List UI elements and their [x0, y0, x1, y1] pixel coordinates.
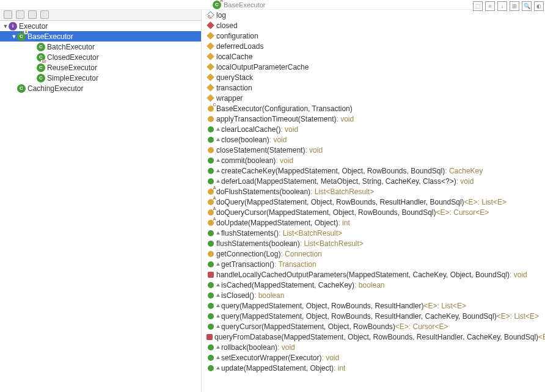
member-row[interactable]: doFlushStatements(boolean) : List<BatchR…	[202, 186, 545, 197]
member-name: getConnection(Log)	[216, 250, 280, 258]
member-row[interactable]: query(MappedStatement, Object, RowBounds…	[202, 311, 545, 321]
method-icon	[208, 199, 214, 205]
member-row[interactable]: handleLocallyCachedOutputParameters(Mapp…	[202, 269, 545, 280]
member-name: closed	[216, 21, 238, 30]
tree-item-cachingexecutor[interactable]: CCachingExecutor	[0, 83, 201, 93]
member-row[interactable]: localOutputParameterCache	[202, 62, 545, 72]
class-icon: CSF	[37, 53, 45, 62]
override-indicator-icon	[216, 325, 220, 328]
return-type: : Connection	[280, 250, 321, 258]
return-type: : void	[277, 343, 295, 352]
method-icon	[208, 209, 214, 216]
toolbar-button[interactable]: 🔍	[522, 1, 532, 11]
member-name: doFlushStatements(boolean)	[216, 187, 310, 196]
member-row[interactable]: applyTransactionTimeout(Statement) : voi…	[202, 114, 545, 124]
member-row[interactable]: createCacheKey(MappedStatement, Object, …	[202, 165, 545, 176]
twisty-icon[interactable]: ▼	[2, 23, 9, 29]
interface-icon: I	[9, 22, 17, 31]
members-pane: SFlogclosedconfigurationdeferredLoadsloc…	[202, 10, 545, 392]
toolbar-button[interactable]: ≡	[485, 1, 495, 11]
toolbar-btn[interactable]	[28, 10, 37, 19]
tree-item-baseexecutor[interactable]: ▼CBaseExecutor	[0, 31, 201, 42]
member-row[interactable]: clearLocalCache() : void	[202, 124, 545, 134]
class-icon: C	[17, 84, 26, 93]
override-indicator-icon	[216, 180, 220, 183]
member-row[interactable]: configuration	[202, 31, 545, 41]
member-row[interactable]: query(MappedStatement, Object, RowBounds…	[202, 300, 545, 311]
class-header-icon: C	[213, 1, 221, 9]
member-row[interactable]: close(boolean) : void	[202, 134, 545, 145]
field-icon: SF	[207, 11, 214, 19]
toolbar-button[interactable]: ⊞	[510, 1, 519, 11]
method-icon	[208, 220, 214, 226]
tree-item-label: CachingExecutor	[27, 84, 83, 93]
member-row[interactable]: queryStack	[202, 72, 545, 82]
member-row[interactable]: flushStatements() : List<BatchResult>	[202, 228, 545, 238]
member-row[interactable]: update(MappedStatement, Object) : int	[202, 363, 545, 373]
member-row[interactable]: queryCursor(MappedStatement, Object, Row…	[202, 321, 545, 332]
member-row[interactable]: isCached(MappedStatement, CacheKey) : bo…	[202, 280, 545, 290]
member-row[interactable]: isClosed() : boolean	[202, 290, 545, 300]
member-name: doQueryCursor(MappedStatement, Object, R…	[216, 208, 436, 217]
member-row[interactable]: flushStatements(boolean) : List<BatchRes…	[202, 238, 545, 249]
method-icon	[208, 251, 214, 257]
member-row[interactable]: transaction	[202, 82, 545, 93]
member-row[interactable]: getTransaction() : Transaction	[202, 259, 545, 269]
return-type: : int	[334, 364, 345, 372]
method-icon	[208, 261, 214, 267]
method-icon	[208, 313, 214, 319]
member-row[interactable]: queryFromDatabase(MappedStatement, Objec…	[202, 332, 545, 342]
toolbar-button[interactable]: ↓	[497, 1, 507, 11]
member-row[interactable]: getConnection(Log) : Connection	[202, 249, 545, 259]
member-row[interactable]: deferLoad(MappedStatement, MetaObject, S…	[202, 176, 545, 186]
member-row[interactable]: commit(boolean) : void	[202, 155, 545, 165]
return-type: : void	[510, 270, 527, 279]
method-icon	[208, 168, 214, 174]
member-row[interactable]: localCache	[202, 51, 545, 62]
member-row[interactable]: doQueryCursor(MappedStatement, Object, R…	[202, 207, 545, 217]
tree-item-batchexecutor[interactable]: CBatchExecutor	[0, 42, 201, 52]
member-row[interactable]: deferredLoads	[202, 41, 545, 51]
tree-item-executor[interactable]: ▼IExecutor	[0, 21, 201, 31]
method-icon	[207, 334, 213, 340]
member-name: doQuery(MappedStatement, Object, RowBoun…	[216, 198, 464, 206]
toolbar-button[interactable]: ◐	[534, 1, 544, 11]
member-row[interactable]: doQuery(MappedStatement, Object, RowBoun…	[202, 197, 545, 207]
field-icon	[207, 84, 214, 92]
field-icon	[207, 73, 214, 81]
member-name: applyTransactionTimeout(Statement)	[216, 115, 337, 123]
member-name: clearLocalCache()	[221, 125, 280, 134]
member-row[interactable]: closed	[202, 20, 545, 31]
return-type: : List<E>	[510, 312, 539, 321]
tree-item-reuseexecutor[interactable]: CReuseExecutor	[0, 62, 201, 73]
member-row[interactable]: closeStatement(Statement) : void	[202, 145, 545, 155]
toolbar-btn[interactable]	[4, 10, 12, 19]
return-type: : void	[322, 354, 340, 362]
member-row[interactable]: rollback(boolean) : void	[202, 342, 545, 352]
member-name: localCache	[216, 53, 252, 61]
member-row[interactable]: doUpdate(MappedStatement, Object) : int	[202, 217, 545, 228]
member-row[interactable]: setExecutorWrapper(Executor) : void	[202, 352, 545, 363]
twisty-icon[interactable]: ▼	[11, 34, 17, 40]
return-type: : boolean	[354, 281, 384, 289]
return-type: : void	[337, 115, 354, 123]
member-name: localOutputParameterCache	[216, 63, 309, 71]
field-icon	[207, 63, 214, 71]
return-type: : List<E>	[437, 302, 466, 310]
member-name: wrapper	[216, 94, 243, 103]
override-indicator-icon	[216, 169, 220, 172]
method-icon	[208, 344, 214, 350]
return-type: : void	[305, 146, 323, 154]
member-name: queryCursor(MappedStatement, Object, Row…	[221, 322, 395, 331]
toolbar-btn[interactable]	[16, 10, 24, 19]
member-row[interactable]: wrapper	[202, 93, 545, 103]
member-name: close(boolean)	[221, 136, 269, 144]
tree-item-closedexecutor[interactable]: CSFClosedExecutor	[0, 52, 201, 62]
member-row[interactable]: BaseExecutor(Configuration, Transaction)	[202, 103, 545, 114]
toolbar-button[interactable]: ⬚	[473, 1, 483, 11]
override-indicator-icon	[216, 314, 220, 318]
field-icon	[207, 32, 214, 40]
member-name: handleLocallyCachedOutputParameters(Mapp…	[216, 270, 510, 279]
tree-item-simpleexecutor[interactable]: CSimpleExecutor	[0, 73, 201, 83]
toolbar-btn[interactable]	[40, 10, 49, 19]
